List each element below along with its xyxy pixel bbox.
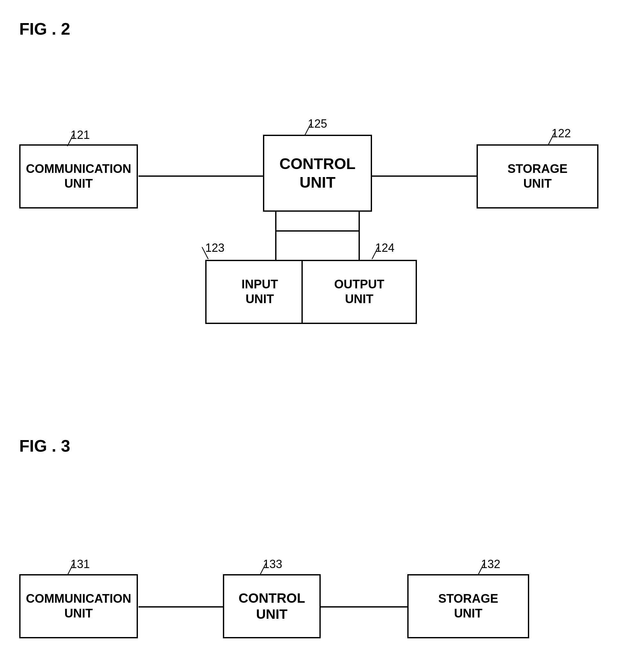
fig2-storage-unit-ref: 122	[552, 127, 571, 140]
fig3-label: FIG . 3	[19, 436, 70, 455]
fig3-stor-tick: ╱	[478, 563, 484, 576]
fig3-comm-tick: ╱	[67, 563, 73, 576]
fig2-communication-unit-label: COMMUNICATION UNIT	[26, 162, 131, 191]
fig2-output-unit-label: OUTPUT UNIT	[334, 277, 384, 306]
fig2-control-unit-ref: 125	[308, 117, 327, 131]
fig2-stor-tick: ╱	[548, 132, 554, 145]
fig2-control-unit-label: CONTROL UNIT	[279, 155, 355, 192]
fig3-communication-unit-box: COMMUNICATION UNIT	[19, 574, 138, 638]
fig2-input-unit-label: INPUT UNIT	[241, 277, 278, 306]
fig2-control-unit-box: CONTROL UNIT	[263, 135, 372, 212]
fig2-input-tick: ╲	[202, 247, 208, 259]
fig2-input-unit-box: INPUT UNIT	[205, 260, 314, 324]
fig2-storage-unit-box: STORAGE UNIT	[477, 144, 598, 209]
fig3-communication-unit-label: COMMUNICATION UNIT	[26, 591, 131, 621]
fig2-input-unit-ref: 123	[205, 241, 224, 255]
fig2-communication-unit-box: COMMUNICATION UNIT	[19, 144, 138, 209]
fig3-storage-unit-box: STORAGE UNIT	[407, 574, 529, 638]
fig2-comm-tick: ╱	[67, 134, 73, 146]
fig3-control-unit-ref: 133	[263, 558, 282, 571]
fig3-control-unit-box: CONTROL UNIT	[223, 574, 321, 638]
fig3-control-unit-label: CONTROL UNIT	[239, 590, 305, 623]
fig3-ctrl-tick: ╱	[260, 563, 266, 576]
fig3-communication-unit-ref: 131	[70, 558, 90, 571]
fig2-communication-unit-ref: 121	[70, 128, 90, 142]
fig2-ctrl-tick: ╱	[305, 124, 311, 136]
fig2-output-unit-box: OUTPUT UNIT	[302, 260, 417, 324]
fig2-label: FIG . 2	[19, 19, 70, 39]
fig2-output-unit-ref: 124	[375, 241, 394, 255]
fig2-storage-unit-label: STORAGE UNIT	[507, 162, 567, 191]
fig3-storage-unit-label: STORAGE UNIT	[438, 591, 498, 621]
fig3-storage-unit-ref: 132	[481, 558, 500, 571]
fig2-output-tick: ╱	[372, 247, 378, 259]
